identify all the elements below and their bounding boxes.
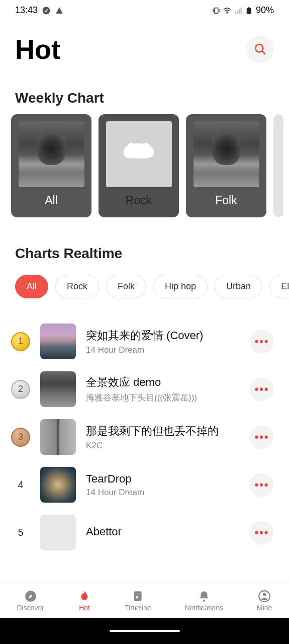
song-row[interactable]: 2 全景效应 demo 海雅谷慕地下头目(((张震岳))) ••• [7,365,282,413]
compass-icon [24,590,37,603]
svg-rect-8 [248,7,250,8]
nav-label: Hot [79,604,90,612]
song-info: 突如其来的爱情 (Cover) 14 Hour Dream [86,328,240,355]
realtime-title: Charts Realtime [0,217,289,270]
status-left: 13:43 [15,5,64,16]
chart-label: Folk [215,194,237,207]
album-art [40,324,76,359]
rank: 5 [11,527,30,538]
song-info: Abettor [86,525,240,540]
song-title: 突如其来的爱情 (Cover) [86,328,240,343]
song-list: 1 突如其来的爱情 (Cover) 14 Hour Dream ••• 2 全景… [0,302,289,556]
svg-rect-9 [247,9,251,14]
more-button[interactable]: ••• [250,330,274,354]
rank: 3 [11,428,30,447]
nav-label: Notifications [185,604,223,612]
chart-image [106,121,172,187]
song-artist: 海雅谷慕地下头目(((张震岳))) [86,392,240,404]
check-circle-icon [42,6,51,15]
song-info: 那是我剩下的但也丢不掉的 K2C [86,424,240,451]
warning-icon [55,6,64,15]
rank: 4 [11,479,30,491]
chart-card-peek[interactable] [273,114,283,217]
svg-rect-4 [237,11,238,14]
nav-notifications[interactable]: Notifications [185,590,223,612]
chart-image [194,121,259,187]
genre-chip-folk[interactable]: Folk [106,275,146,298]
song-title: 那是我剩下的但也丢不掉的 [86,424,240,439]
chart-label: All [45,194,58,207]
rank: 2 [11,380,30,399]
svg-point-0 [43,7,50,14]
genre-chip-electronic[interactable]: Electron [269,275,289,298]
song-title: TearDrop [86,472,240,486]
status-right: 90% [212,5,274,16]
genre-chip-hiphop[interactable]: Hip hop [153,275,208,298]
genre-chip-urban[interactable]: Urban [215,275,262,298]
rank-badge-silver: 2 [11,380,30,399]
svg-rect-1 [214,8,218,13]
song-row[interactable]: 3 那是我剩下的但也丢不掉的 K2C ••• [7,413,282,461]
home-bar[interactable] [110,630,180,632]
song-title: Abettor [86,525,240,538]
chart-image [19,121,84,187]
rank: 1 [11,332,30,351]
person-icon [258,590,271,603]
rank-badge-bronze: 3 [11,428,30,447]
album-art [40,419,76,455]
nav-mine[interactable]: Mine [257,590,272,612]
status-bar: 13:43 90% [0,0,289,19]
nav-label: Timeline [125,604,151,612]
genre-chips: All Rock Folk Hip hop Urban Electron [0,270,289,302]
weekly-chart-title: Weekly Chart [0,70,289,114]
song-artist: K2C [86,441,240,451]
music-note-icon [131,590,144,603]
svg-point-2 [227,13,228,14]
signal-icon [234,6,243,15]
svg-point-15 [263,593,266,596]
rank-number: 4 [18,479,23,491]
song-row[interactable]: 5 Abettor ••• [7,509,282,556]
bell-icon [198,590,211,603]
album-art [40,467,76,503]
vibrate-icon [212,6,221,15]
svg-point-10 [255,44,263,52]
nav-discover[interactable]: Discover [17,590,44,612]
svg-rect-5 [239,9,240,14]
bottom-nav: Discover Hot Timeline Notifications Mine [0,583,289,618]
page-title: Hot [15,34,60,65]
status-time: 13:43 [15,5,38,16]
nav-hot[interactable]: Hot [78,590,91,612]
search-button[interactable] [246,36,274,63]
genre-chip-all[interactable]: All [15,275,48,298]
song-row[interactable]: 4 TearDrop 14 Hour Dream ••• [7,461,282,509]
page-header: Hot [0,19,289,70]
more-button[interactable]: ••• [250,425,274,449]
nav-label: Mine [257,604,272,612]
flame-icon [78,590,91,603]
wifi-icon [223,6,232,15]
genre-chip-rock[interactable]: Rock [55,275,99,298]
song-row[interactable]: 1 突如其来的爱情 (Cover) 14 Hour Dream ••• [7,317,282,365]
battery-percent: 90% [256,5,274,16]
svg-rect-6 [240,8,241,14]
song-info: 全景效应 demo 海雅谷慕地下头目(((张震岳))) [86,375,240,404]
song-artist: 14 Hour Dream [86,345,240,355]
svg-point-13 [203,599,205,601]
more-button[interactable]: ••• [250,521,274,545]
song-artist: 14 Hour Dream [86,488,240,498]
more-button[interactable]: ••• [250,473,274,497]
song-title: 全景效应 demo [86,375,240,390]
search-icon [254,43,267,56]
more-button[interactable]: ••• [250,377,274,401]
nav-label: Discover [17,604,44,612]
chart-card-folk[interactable]: Folk [186,114,266,217]
chart-card-all[interactable]: All [11,114,91,217]
album-art [40,515,76,550]
svg-rect-3 [235,12,236,14]
nav-timeline[interactable]: Timeline [125,590,151,612]
chart-card-rock[interactable]: Rock [99,114,179,217]
weekly-chart-cards: All Rock Folk [0,114,289,217]
song-info: TearDrop 14 Hour Dream [86,472,240,498]
home-indicator [0,618,289,644]
